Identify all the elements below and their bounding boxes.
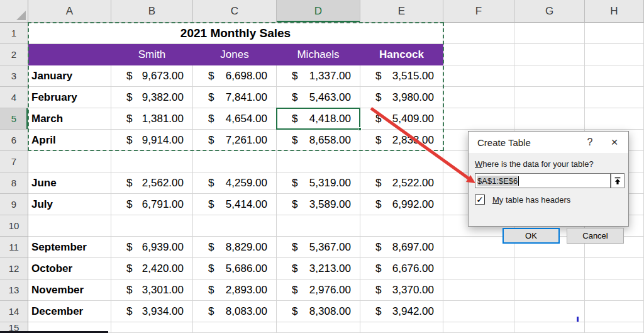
- my-table-has-headers-checkbox[interactable]: ✓: [475, 195, 485, 205]
- cell-H13[interactable]: [585, 279, 644, 301]
- row-header-12[interactable]: 12: [0, 258, 28, 279]
- cell-A11[interactable]: September: [28, 237, 111, 258]
- cell-E9[interactable]: $6,992.00: [360, 194, 443, 215]
- cell-F14[interactable]: [443, 301, 514, 322]
- cell-D11[interactable]: $5,367.00: [277, 237, 360, 258]
- cell-B11[interactable]: $6,939.00: [111, 237, 193, 258]
- column-header-E[interactable]: E: [360, 0, 443, 23]
- cell-B14[interactable]: $3,934.00: [111, 301, 193, 322]
- column-header-H[interactable]: H: [585, 0, 644, 23]
- cell-E4[interactable]: $3,980.00: [360, 87, 443, 108]
- cell-G14[interactable]: [514, 301, 585, 322]
- cell-E7[interactable]: [360, 151, 443, 172]
- cell-A13[interactable]: November: [28, 279, 111, 301]
- cell-A2[interactable]: [28, 44, 111, 65]
- row-header-6[interactable]: 6: [0, 130, 28, 151]
- cell-E13[interactable]: $3,370.00: [360, 279, 443, 301]
- select-all-button[interactable]: [0, 0, 28, 23]
- cell-F4[interactable]: [443, 87, 514, 108]
- cell-A9[interactable]: July: [28, 194, 111, 215]
- row-header-4[interactable]: 4: [0, 87, 28, 108]
- cell-G3[interactable]: [514, 65, 585, 87]
- cell-E5[interactable]: $5,409.00: [360, 108, 443, 130]
- cell-E15[interactable]: [360, 322, 443, 333]
- cell-G5[interactable]: [514, 108, 585, 130]
- cell-C15[interactable]: [193, 322, 277, 333]
- cell-C9[interactable]: $5,414.00: [193, 194, 277, 215]
- cell-C7[interactable]: [193, 151, 277, 172]
- close-icon[interactable]: ×: [601, 135, 628, 149]
- cell-H5[interactable]: [585, 108, 644, 130]
- cell-B10[interactable]: [111, 215, 193, 237]
- row-header-7[interactable]: 7: [0, 151, 28, 172]
- cell-B5[interactable]: $1,381.00: [111, 108, 193, 130]
- row-header-8[interactable]: 8: [0, 172, 28, 194]
- row-header-2[interactable]: 2: [0, 44, 28, 65]
- row-header-5[interactable]: 5: [0, 108, 28, 130]
- cell-C8[interactable]: $4,259.00: [193, 172, 277, 194]
- cell-B6[interactable]: $9,914.00: [111, 130, 193, 151]
- cell-F1[interactable]: [443, 23, 514, 44]
- cell-D9[interactable]: $3,589.00: [277, 194, 360, 215]
- cell-F12[interactable]: [443, 258, 514, 279]
- cell-E2[interactable]: Hancock: [360, 44, 443, 65]
- cell-D13[interactable]: $2,976.00: [277, 279, 360, 301]
- cell-D5[interactable]: $4,418.00: [277, 108, 360, 130]
- cell-F13[interactable]: [443, 279, 514, 301]
- cell-A6[interactable]: April: [28, 130, 111, 151]
- cell-B2[interactable]: Smith: [111, 44, 193, 65]
- dialog-titlebar[interactable]: Create Table ? ×: [469, 132, 628, 153]
- cell-D2[interactable]: Michaels: [277, 44, 360, 65]
- column-header-C[interactable]: C: [193, 0, 277, 23]
- cell-E3[interactable]: $3,515.00: [360, 65, 443, 87]
- cell-F5[interactable]: [443, 108, 514, 130]
- cell-D7[interactable]: [277, 151, 360, 172]
- cell-G15[interactable]: [514, 322, 585, 333]
- headers-checkbox-label[interactable]: My table has headers: [492, 195, 570, 205]
- cell-D6[interactable]: $8,658.00: [277, 130, 360, 151]
- cell-B3[interactable]: $9,673.00: [111, 65, 193, 87]
- cell-C10[interactable]: [193, 215, 277, 237]
- cell-H2[interactable]: [585, 44, 644, 65]
- row-header-14[interactable]: 14: [0, 301, 28, 322]
- cell-D14[interactable]: $8,308.00: [277, 301, 360, 322]
- cancel-button[interactable]: Cancel: [567, 228, 624, 244]
- cell-D8[interactable]: $5,319.00: [277, 172, 360, 194]
- cell-E12[interactable]: $6,676.00: [360, 258, 443, 279]
- cell-C5[interactable]: $4,654.00: [193, 108, 277, 130]
- cell-A10[interactable]: [28, 215, 111, 237]
- column-header-B[interactable]: B: [111, 0, 193, 23]
- cell-D3[interactable]: $1,337.00: [277, 65, 360, 87]
- row-header-11[interactable]: 11: [0, 237, 28, 258]
- cell-D4[interactable]: $5,463.00: [277, 87, 360, 108]
- cell-B7[interactable]: [111, 151, 193, 172]
- collapse-dialog-button[interactable]: [611, 173, 625, 188]
- cell-A8[interactable]: June: [28, 172, 111, 194]
- ok-button[interactable]: OK: [502, 228, 560, 244]
- cell-C12[interactable]: $5,686.00: [193, 258, 277, 279]
- cell-H3[interactable]: [585, 65, 644, 87]
- row-header-9[interactable]: 9: [0, 194, 28, 215]
- column-header-F[interactable]: F: [443, 0, 514, 23]
- cell-B15[interactable]: [111, 322, 193, 333]
- table-range-input[interactable]: $A$1:$E$6: [475, 173, 611, 188]
- cell-F3[interactable]: [443, 65, 514, 87]
- cell-title-A1-E1[interactable]: 2021 Monthly Sales: [28, 23, 443, 44]
- cell-A7[interactable]: [28, 151, 111, 172]
- cell-F15[interactable]: [443, 322, 514, 333]
- cell-H15[interactable]: [585, 322, 644, 333]
- cell-B8[interactable]: $2,562.00: [111, 172, 193, 194]
- cell-C6[interactable]: $7,261.00: [193, 130, 277, 151]
- cell-D12[interactable]: $3,213.00: [277, 258, 360, 279]
- cell-G13[interactable]: [514, 279, 585, 301]
- row-header-1[interactable]: 1: [0, 23, 28, 44]
- cell-E10[interactable]: [360, 215, 443, 237]
- cell-D10[interactable]: [277, 215, 360, 237]
- cell-H12[interactable]: [585, 258, 644, 279]
- cell-E6[interactable]: $2,833.00: [360, 130, 443, 151]
- column-header-G[interactable]: G: [514, 0, 585, 23]
- cell-A3[interactable]: January: [28, 65, 111, 87]
- cell-B13[interactable]: $3,301.00: [111, 279, 193, 301]
- cell-C2[interactable]: Jones: [193, 44, 277, 65]
- cell-G12[interactable]: [514, 258, 585, 279]
